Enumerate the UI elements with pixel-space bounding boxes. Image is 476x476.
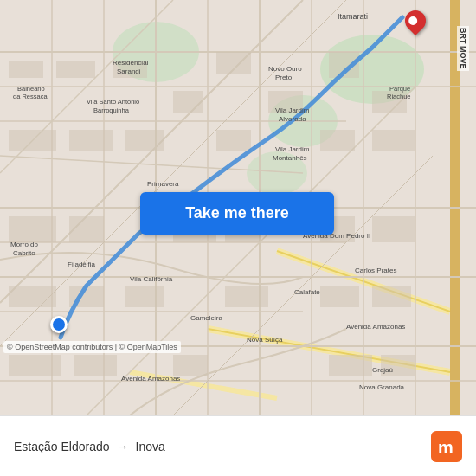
svg-text:Novo Ouro: Novo Ouro bbox=[268, 65, 302, 73]
svg-rect-46 bbox=[125, 286, 164, 307]
bottom-bar: Estação Eldorado → Inova m bbox=[0, 415, 476, 476]
svg-text:Residencial: Residencial bbox=[113, 59, 149, 67]
svg-text:Avenida Amazonas: Avenida Amazonas bbox=[121, 375, 180, 383]
svg-rect-24 bbox=[9, 61, 43, 78]
svg-rect-37 bbox=[372, 130, 415, 151]
svg-text:Morro do: Morro do bbox=[10, 241, 39, 248]
svg-text:Parque: Parque bbox=[389, 85, 410, 93]
svg-text:m: m bbox=[438, 438, 453, 457]
svg-rect-38 bbox=[9, 216, 56, 242]
svg-text:Riachue: Riachue bbox=[387, 93, 411, 100]
svg-text:Grajaú: Grajaú bbox=[372, 366, 393, 374]
svg-text:Calafate: Calafate bbox=[294, 288, 320, 296]
svg-rect-50 bbox=[9, 355, 61, 376]
svg-text:da Ressaca: da Ressaca bbox=[13, 93, 48, 100]
svg-rect-44 bbox=[9, 286, 56, 307]
svg-text:Itamarati: Itamarati bbox=[338, 12, 368, 21]
take-me-there-button[interactable]: Take me there bbox=[140, 192, 334, 235]
copyright-text: © OpenStreetMap contributors | © OpenMap… bbox=[3, 341, 181, 353]
svg-rect-28 bbox=[216, 52, 251, 74]
svg-text:Montanhês: Montanhês bbox=[273, 154, 307, 162]
svg-rect-43 bbox=[372, 216, 415, 242]
svg-text:Vila Califórnia: Vila Califórnia bbox=[130, 275, 173, 283]
svg-text:Filadélfia: Filadélfia bbox=[68, 261, 96, 268]
svg-text:Nova Suíça: Nova Suíça bbox=[247, 336, 283, 344]
svg-text:Barroquinha: Barroquinha bbox=[93, 106, 130, 114]
svg-text:Cabrito: Cabrito bbox=[13, 249, 35, 257]
brt-label: BRT MOVE bbox=[457, 26, 469, 71]
svg-text:Alvorada: Alvorada bbox=[279, 115, 306, 123]
svg-rect-32 bbox=[9, 130, 56, 151]
svg-rect-52 bbox=[173, 355, 208, 376]
svg-text:Gameleira: Gameleira bbox=[190, 314, 222, 322]
svg-text:Vila Jardim: Vila Jardim bbox=[275, 106, 310, 114]
svg-rect-48 bbox=[320, 286, 359, 307]
svg-text:Nova Granada: Nova Granada bbox=[359, 383, 405, 391]
route-arrow-icon: → bbox=[117, 440, 129, 453]
svg-rect-34 bbox=[125, 130, 164, 151]
svg-rect-49 bbox=[372, 286, 411, 307]
svg-rect-27 bbox=[173, 91, 203, 113]
destination-marker bbox=[405, 10, 426, 36]
svg-text:Vila Santo Antônio: Vila Santo Antônio bbox=[87, 98, 139, 106]
svg-text:Preto: Preto bbox=[275, 74, 293, 81]
svg-rect-53 bbox=[329, 355, 372, 376]
route-info: Estação Eldorado → Inova bbox=[14, 440, 165, 453]
svg-text:Avenida Amazonas: Avenida Amazonas bbox=[346, 323, 405, 331]
svg-rect-51 bbox=[74, 355, 117, 376]
svg-text:Balneário: Balneário bbox=[17, 85, 45, 93]
route-to: Inova bbox=[136, 440, 165, 453]
route-from: Estação Eldorado bbox=[14, 440, 110, 453]
svg-rect-33 bbox=[69, 130, 113, 151]
svg-text:Carlos Prates: Carlos Prates bbox=[355, 267, 396, 274]
svg-text:Sarandi: Sarandi bbox=[117, 68, 141, 75]
origin-marker bbox=[50, 316, 68, 333]
map-container: Itamarati Residencial Sarandi Balneário … bbox=[0, 0, 476, 415]
svg-text:Vila Jardim: Vila Jardim bbox=[275, 145, 310, 153]
svg-rect-35 bbox=[216, 130, 251, 151]
svg-rect-25 bbox=[56, 61, 95, 78]
moovit-logo-icon: m bbox=[431, 431, 462, 462]
svg-rect-36 bbox=[320, 130, 355, 151]
moovit-logo: m bbox=[431, 431, 462, 462]
svg-text:Primavera: Primavera bbox=[147, 180, 179, 188]
svg-rect-39 bbox=[69, 216, 104, 242]
svg-rect-47 bbox=[225, 286, 268, 307]
